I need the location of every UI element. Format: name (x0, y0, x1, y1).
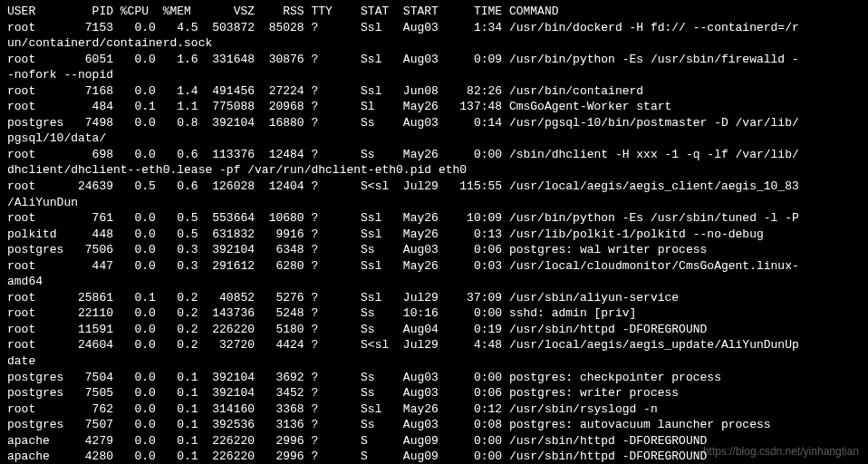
process-row: postgres 7498 0.0 0.8 392104 16880 ? Ss … (7, 115, 861, 131)
process-row: apache 4279 0.0 0.1 226220 2996 ? S Aug0… (7, 433, 861, 450)
process-row: root 761 0.0 0.5 553664 10680 ? Ssl May2… (7, 210, 861, 227)
process-row: root 24604 0.0 0.2 32720 4424 ? S<sl Jul… (7, 337, 861, 353)
process-row-wrap: un/containerd/containerd.sock (7, 35, 861, 52)
process-row: root 6051 0.0 1.6 331648 30876 ? Ssl Aug… (7, 52, 861, 68)
process-row: root 762 0.0 0.1 314160 3368 ? Ssl May26… (7, 401, 861, 418)
process-row: root 25861 0.1 0.2 40852 5276 ? Ssl Jul2… (7, 290, 861, 306)
process-row: root 22110 0.0 0.2 143736 5248 ? Ss 10:1… (7, 305, 861, 322)
process-row: postgres 7506 0.0 0.3 392104 6348 ? Ss A… (7, 242, 861, 258)
process-row-wrap: -nofork --nopid (7, 67, 861, 83)
process-row-wrap: dhclient/dhclient--eth0.lease -pf /var/r… (7, 162, 861, 179)
process-header-row: USER PID %CPU %MEM VSZ RSS TTY STAT STAR… (7, 4, 861, 20)
process-row: root 24639 0.5 0.6 126028 12404 ? S<sl J… (7, 179, 861, 195)
process-row: postgres 7507 0.0 0.1 392536 3136 ? Ss A… (7, 417, 861, 433)
process-row: root 11591 0.0 0.2 226220 5180 ? Ss Aug0… (7, 322, 861, 338)
process-row: postgres 7505 0.0 0.1 392104 3452 ? Ss A… (7, 385, 861, 401)
process-row: root 7168 0.0 1.4 491456 27224 ? Ssl Jun… (7, 83, 861, 100)
process-row: root 698 0.0 0.6 113376 12484 ? Ss May26… (7, 147, 861, 163)
process-row: root 7153 0.0 4.5 503872 85028 ? Ssl Aug… (7, 20, 861, 36)
process-row: postgres 7504 0.0 0.1 392104 3692 ? Ss A… (7, 370, 861, 386)
process-row: root 447 0.0 0.3 291612 6280 ? Ssl May26… (7, 258, 861, 275)
process-row: apache 4280 0.0 0.1 226220 2996 ? S Aug0… (7, 449, 861, 464)
process-row-wrap: date (7, 353, 861, 370)
process-row-wrap: /AliYunDun (7, 195, 861, 211)
terminal-output: USER PID %CPU %MEM VSZ RSS TTY STAT STAR… (7, 4, 861, 464)
process-row: polkitd 448 0.0 0.5 631832 9916 ? Ssl Ma… (7, 227, 861, 243)
process-row: root 484 0.1 1.1 775088 20968 ? Sl May26… (7, 99, 861, 115)
process-row-wrap: pgsql/10/data/ (7, 130, 861, 147)
process-row-wrap: amd64 (7, 274, 861, 290)
